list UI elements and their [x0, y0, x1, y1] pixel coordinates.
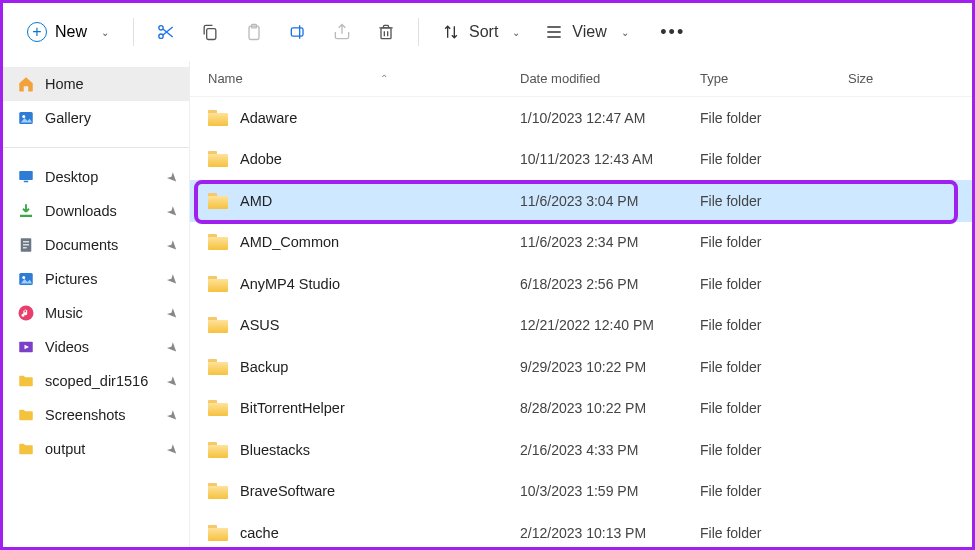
column-header-size[interactable]: Size	[848, 71, 918, 86]
column-header-name[interactable]: Name ⌃	[208, 71, 520, 86]
folder-icon	[17, 440, 35, 458]
new-label: New	[55, 23, 87, 41]
table-row[interactable]: AMD_Common11/6/2023 2:34 PMFile folder	[190, 222, 972, 264]
sidebar: HomeGallery Desktop➤Downloads➤Documents➤…	[3, 61, 190, 547]
divider	[3, 147, 189, 148]
new-button[interactable]: + New ⌄	[13, 16, 123, 48]
table-row[interactable]: Adaware1/10/2023 12:47 AMFile folder	[190, 97, 972, 139]
file-name: BraveSoftware	[240, 483, 335, 499]
file-type: File folder	[700, 193, 848, 209]
sidebar-item-label: Videos	[45, 339, 175, 355]
view-button[interactable]: View ⌄	[532, 16, 640, 48]
sort-button[interactable]: Sort ⌄	[429, 16, 532, 48]
file-name: cache	[240, 525, 279, 541]
file-date: 2/16/2023 4:33 PM	[520, 442, 700, 458]
scissors-icon	[156, 22, 176, 42]
file-name: Adobe	[240, 151, 282, 167]
cut-button[interactable]	[144, 14, 188, 50]
table-row[interactable]: BraveSoftware10/3/2023 1:59 PMFile folde…	[190, 471, 972, 513]
sidebar-item-music[interactable]: Music➤	[3, 296, 189, 330]
separator	[133, 18, 134, 46]
sidebar-item-home[interactable]: Home	[3, 67, 189, 101]
sort-icon	[441, 22, 461, 42]
sidebar-item-label: Downloads	[45, 203, 175, 219]
svg-rect-11	[20, 215, 32, 217]
folder-icon	[208, 234, 228, 250]
more-button[interactable]: •••	[651, 14, 695, 50]
copy-icon	[200, 22, 220, 42]
sidebar-item-videos[interactable]: Videos➤	[3, 330, 189, 364]
svg-rect-2	[207, 29, 216, 40]
file-type: File folder	[700, 400, 848, 416]
file-date: 10/11/2023 12:43 AM	[520, 151, 700, 167]
sidebar-item-pictures[interactable]: Pictures➤	[3, 262, 189, 296]
folder-icon	[208, 525, 228, 541]
sidebar-item-downloads[interactable]: Downloads➤	[3, 194, 189, 228]
svg-point-8	[22, 115, 25, 118]
share-icon	[332, 22, 352, 42]
videos-icon	[17, 338, 35, 356]
sidebar-item-label: Screenshots	[45, 407, 175, 423]
downloads-icon	[17, 202, 35, 220]
sidebar-item-documents[interactable]: Documents➤	[3, 228, 189, 262]
content-area: Name ⌃ Date modified Type Size Adaware1/…	[190, 61, 972, 547]
nav-section-pinned: Desktop➤Downloads➤Documents➤Pictures➤Mus…	[3, 154, 189, 472]
table-row[interactable]: BitTorrentHelper8/28/2023 10:22 PMFile f…	[190, 388, 972, 430]
column-header-type[interactable]: Type	[700, 71, 848, 86]
sidebar-item-output[interactable]: output➤	[3, 432, 189, 466]
ellipsis-icon: •••	[660, 22, 685, 43]
table-row[interactable]: AMD11/6/2023 3:04 PMFile folder	[190, 180, 972, 222]
sidebar-item-screenshots[interactable]: Screenshots➤	[3, 398, 189, 432]
sidebar-item-desktop[interactable]: Desktop➤	[3, 160, 189, 194]
music-icon	[17, 304, 35, 322]
file-name: ASUS	[240, 317, 280, 333]
copy-button[interactable]	[188, 14, 232, 50]
folder-icon	[208, 317, 228, 333]
table-row[interactable]: AnyMP4 Studio6/18/2023 2:56 PMFile folde…	[190, 263, 972, 305]
desktop-icon	[17, 168, 35, 186]
table-row[interactable]: Backup9/29/2023 10:22 PMFile folder	[190, 346, 972, 388]
main: HomeGallery Desktop➤Downloads➤Documents➤…	[3, 61, 972, 547]
file-type: File folder	[700, 110, 848, 126]
paste-button	[232, 14, 276, 50]
file-type: File folder	[700, 276, 848, 292]
file-type: File folder	[700, 525, 848, 541]
rename-button[interactable]	[276, 14, 320, 50]
table-row[interactable]: cache2/12/2023 10:13 PMFile folder	[190, 512, 972, 547]
toolbar: + New ⌄ Sort ⌄ View ⌄ •••	[3, 3, 972, 61]
file-type: File folder	[700, 483, 848, 499]
file-type: File folder	[700, 151, 848, 167]
rename-icon	[288, 22, 308, 42]
file-date: 9/29/2023 10:22 PM	[520, 359, 700, 375]
sidebar-item-gallery[interactable]: Gallery	[3, 101, 189, 135]
table-row[interactable]: Adobe10/11/2023 12:43 AMFile folder	[190, 139, 972, 181]
file-date: 11/6/2023 3:04 PM	[520, 193, 700, 209]
folder-icon	[208, 276, 228, 292]
file-date: 12/21/2022 12:40 PM	[520, 317, 700, 333]
file-date: 6/18/2023 2:56 PM	[520, 276, 700, 292]
file-date: 11/6/2023 2:34 PM	[520, 234, 700, 250]
table-row[interactable]: ASUS12/21/2022 12:40 PMFile folder	[190, 305, 972, 347]
svg-rect-15	[23, 247, 27, 248]
table-row[interactable]: Bluestacks2/16/2023 4:33 PMFile folder	[190, 429, 972, 471]
delete-button[interactable]	[364, 14, 408, 50]
file-date: 2/12/2023 10:13 PM	[520, 525, 700, 541]
column-header-date[interactable]: Date modified	[520, 71, 700, 86]
file-type: File folder	[700, 442, 848, 458]
separator	[418, 18, 419, 46]
file-date: 10/3/2023 1:59 PM	[520, 483, 700, 499]
file-name: BitTorrentHelper	[240, 400, 345, 416]
svg-rect-10	[24, 181, 29, 183]
folder-icon	[208, 151, 228, 167]
column-headers: Name ⌃ Date modified Type Size	[190, 61, 972, 97]
file-name: Adaware	[240, 110, 297, 126]
home-icon	[17, 75, 35, 93]
sidebar-item-label: output	[45, 441, 175, 457]
sort-label: Sort	[469, 23, 498, 41]
sidebar-item-scoped-dir1516[interactable]: scoped_dir1516➤	[3, 364, 189, 398]
sort-asc-icon: ⌃	[249, 73, 520, 84]
folder-icon	[208, 193, 228, 209]
file-type: File folder	[700, 317, 848, 333]
folder-icon	[208, 110, 228, 126]
file-date: 8/28/2023 10:22 PM	[520, 400, 700, 416]
